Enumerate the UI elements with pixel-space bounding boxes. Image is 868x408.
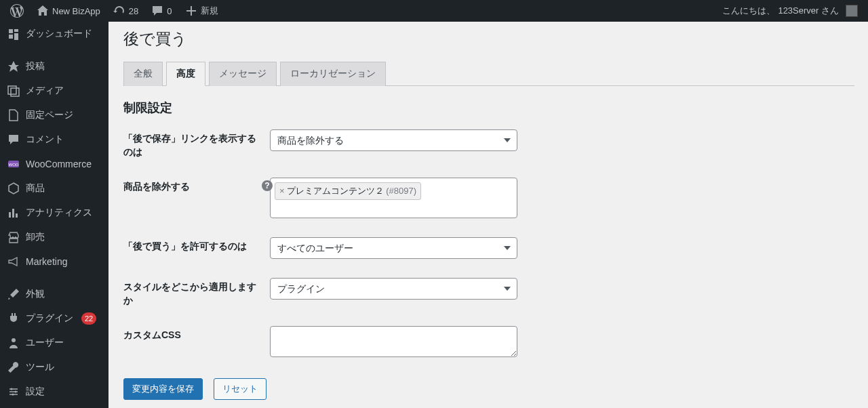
exclude-label: 商品を除外する?	[123, 178, 270, 194]
sidebar-item-analytics[interactable]: アナリティクス	[0, 201, 108, 225]
product-icon	[7, 182, 20, 195]
exclude-products-input[interactable]: ×プレミアムコンテンツ２ (#8097)	[270, 178, 517, 218]
admin-sidebar: ダッシュボード 投稿 メディア 固定ページ コメント WOOWooCommerc…	[0, 22, 108, 408]
brush-icon	[7, 287, 20, 301]
content-area: 後で買う 全般 高度 メッセージ ローカリゼーション 制限設定 「後で保存」リン…	[108, 0, 868, 408]
woo-icon: WOO	[7, 157, 20, 171]
plugin-badge: 22	[81, 312, 96, 325]
analytics-icon	[7, 206, 20, 220]
style-select[interactable]: プラグイン	[270, 278, 517, 300]
comments-link[interactable]: 0	[146, 0, 176, 22]
comment-icon	[7, 133, 20, 146]
sidebar-item-tools[interactable]: ツール	[0, 355, 108, 380]
megaphone-icon	[7, 255, 20, 268]
pin-icon	[7, 60, 20, 73]
update-icon	[113, 4, 126, 18]
svg-point-2	[12, 338, 16, 342]
new-link[interactable]: 新規	[180, 0, 223, 22]
tool-icon	[7, 361, 20, 374]
plugin-icon	[7, 312, 20, 325]
site-name: New BizApp	[52, 6, 100, 16]
sidebar-item-users[interactable]: ユーザー	[0, 331, 108, 355]
media-icon	[7, 84, 20, 98]
sidebar-item-posts[interactable]: 投稿	[0, 54, 108, 79]
sidebar-item-comments[interactable]: コメント	[0, 127, 108, 152]
wp-logo[interactable]	[5, 0, 28, 22]
updates-count: 28	[129, 6, 138, 16]
svg-point-5	[12, 394, 14, 396]
greeting[interactable]: こんにちは、123Server さん	[717, 0, 863, 22]
svg-text:WOO: WOO	[9, 163, 19, 167]
svg-point-3	[11, 388, 13, 390]
store-icon	[7, 230, 20, 244]
user-icon	[7, 336, 20, 350]
remove-tag-icon[interactable]: ×	[279, 186, 285, 196]
show-link-select[interactable]: 商品を除外する	[270, 129, 517, 151]
excluded-product-tag[interactable]: ×プレミアムコンテンツ２ (#8097)	[275, 182, 421, 200]
tabs: 全般 高度 メッセージ ローカリゼーション	[123, 62, 854, 86]
tab-advanced[interactable]: 高度	[166, 62, 205, 86]
style-label: スタイルをどこから適用しますか	[123, 278, 270, 307]
new-label: 新規	[201, 5, 218, 17]
save-button[interactable]: 変更内容を保存	[123, 378, 203, 400]
dashboard-icon	[7, 27, 20, 41]
custom-css-textarea[interactable]	[270, 326, 517, 357]
home-icon	[36, 4, 50, 18]
sidebar-item-wholesale[interactable]: 卸売	[0, 225, 108, 249]
admin-toolbar: New BizApp 28 0 新規 こんにちは、123Server さん	[0, 0, 868, 22]
comments-count: 0	[167, 6, 172, 16]
reset-button[interactable]: リセット	[214, 378, 267, 400]
allow-select[interactable]: すべてのユーザー	[270, 237, 517, 259]
sidebar-item-pages[interactable]: 固定ページ	[0, 103, 108, 127]
settings-icon	[7, 385, 20, 399]
comment-icon	[151, 4, 164, 18]
show-link-label: 「後で保存」リンクを表示するのは	[123, 129, 270, 159]
page-title: 後で買う	[123, 28, 854, 49]
sidebar-item-products[interactable]: 商品	[0, 176, 108, 201]
sidebar-item-marketing[interactable]: Marketing	[0, 249, 108, 274]
sidebar-item-media[interactable]: メディア	[0, 79, 108, 103]
svg-point-4	[15, 391, 17, 393]
site-link[interactable]: New BizApp	[31, 0, 105, 22]
section-heading: 制限設定	[123, 100, 854, 116]
sidebar-item-woocommerce[interactable]: WOOWooCommerce	[0, 152, 108, 176]
sidebar-item-appearance[interactable]: 外観	[0, 282, 108, 306]
css-label: カスタムCSS	[123, 326, 270, 342]
tab-messages[interactable]: メッセージ	[209, 62, 277, 86]
tab-localization[interactable]: ローカリゼーション	[280, 62, 386, 86]
plus-icon	[184, 4, 198, 18]
sidebar-item-settings[interactable]: 設定	[0, 380, 108, 404]
sidebar-item-dashboard[interactable]: ダッシュボード	[0, 22, 108, 46]
allow-label: 「後で買う」を許可するのは	[123, 237, 270, 253]
updates-link[interactable]: 28	[108, 0, 143, 22]
tab-general[interactable]: 全般	[123, 62, 163, 86]
sidebar-item-plugins[interactable]: プラグイン22	[0, 306, 108, 331]
page-icon	[7, 108, 20, 122]
avatar	[846, 5, 858, 17]
